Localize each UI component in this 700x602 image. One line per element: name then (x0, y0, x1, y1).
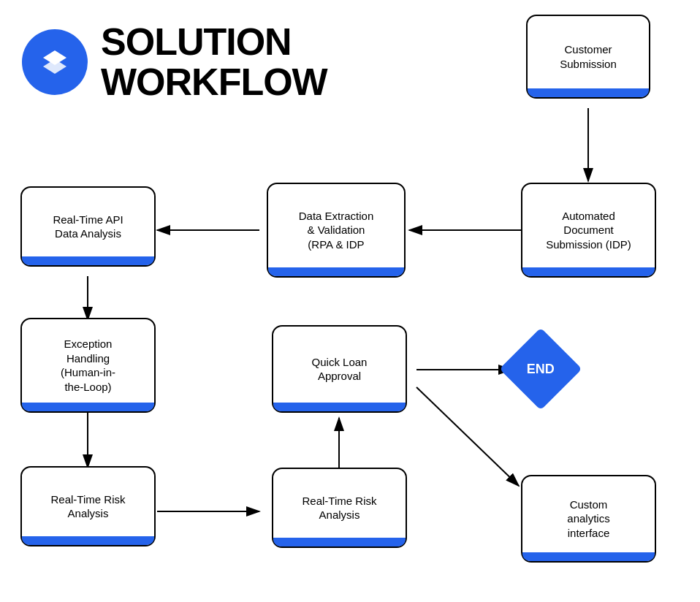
realtime-api-label: Real-Time APIData Analysis (53, 213, 123, 248)
end-diamond: END (499, 327, 582, 410)
quick-loan-label: Quick LoanApproval (312, 355, 368, 391)
custom-analytics-label: Customanalyticsinterface (567, 498, 609, 548)
custom-analytics-node: Customanalyticsinterface (521, 475, 656, 563)
realtime-api-node: Real-Time APIData Analysis (20, 186, 156, 267)
exception-handling-label: ExceptionHandling(Human-in-the-Loop) (61, 337, 115, 401)
exception-handling-node: ExceptionHandling(Human-in-the-Loop) (20, 318, 156, 413)
diagram-container: SOLUTION WORKFLOW (0, 0, 700, 602)
end-container: END (511, 340, 570, 398)
quick-loan-node: Quick LoanApproval (272, 325, 407, 413)
data-extraction-node: Data Extraction& Validation(RPA & IDP (267, 183, 406, 278)
svg-marker-1 (43, 59, 66, 74)
automated-document-node: AutomatedDocumentSubmission (IDP) (521, 183, 656, 278)
data-extraction-label: Data Extraction& Validation(RPA & IDP (299, 209, 374, 259)
title-text: SOLUTION WORKFLOW (101, 22, 327, 102)
logo-icon (37, 45, 72, 80)
svg-line-12 (416, 387, 519, 486)
realtime-risk-left-label: Real-Time RiskAnalysis (51, 492, 126, 528)
realtime-risk-center-node: Real-Time RiskAnalysis (272, 468, 407, 548)
header: SOLUTION WORKFLOW (22, 22, 327, 102)
automated-document-label: AutomatedDocumentSubmission (IDP) (546, 209, 631, 259)
realtime-risk-left-node: Real-Time RiskAnalysis (20, 466, 156, 546)
end-label: END (527, 361, 555, 376)
customer-submission-node: CustomerSubmission (526, 15, 650, 99)
customer-submission-label: CustomerSubmission (560, 42, 617, 78)
realtime-risk-center-label: Real-Time RiskAnalysis (303, 494, 377, 530)
logo-circle (22, 29, 88, 95)
